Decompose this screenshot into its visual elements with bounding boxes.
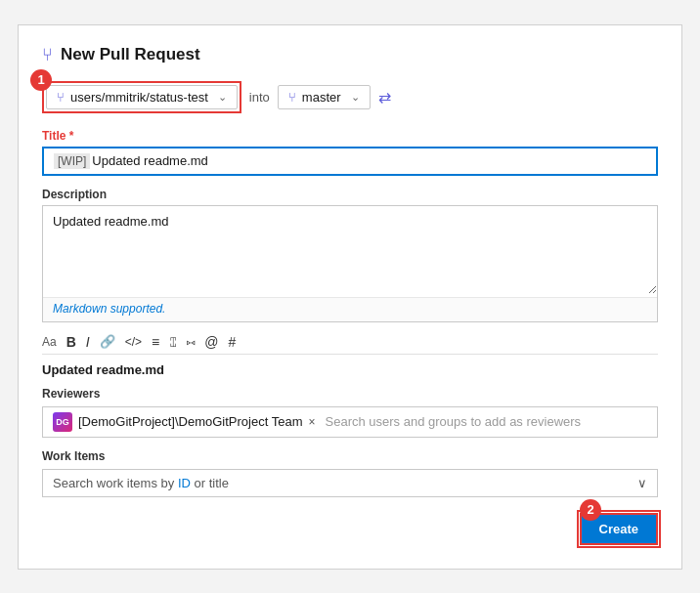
- bold-button[interactable]: B: [66, 334, 76, 350]
- work-items-search[interactable]: Search work items by ID or title ∨: [42, 469, 658, 497]
- wip-tag: [WIP]: [54, 153, 90, 169]
- work-items-placeholder: Search work items by ID or title: [53, 476, 637, 490]
- reviewer-remove-button[interactable]: ×: [309, 415, 316, 429]
- description-textarea[interactable]: [43, 206, 657, 294]
- reviewer-name: [DemoGitProject]\DemoGitProject Team: [78, 414, 303, 429]
- swap-branches-icon[interactable]: ⇄: [378, 88, 391, 106]
- reviewers-label: Reviewers: [42, 387, 658, 401]
- italic-button[interactable]: I: [86, 334, 90, 350]
- pull-request-card: ⑂ New Pull Request 1 ⑂ users/mmitrik/sta…: [18, 24, 682, 570]
- badge-1: 1: [30, 69, 52, 91]
- reviewer-avatar: DG: [53, 412, 72, 432]
- work-items-chevron-icon: ∨: [637, 476, 647, 490]
- work-items-placeholder-text: Search work items by: [53, 476, 178, 490]
- source-chevron-icon: ⌄: [218, 91, 227, 104]
- hashtag-button[interactable]: #: [228, 334, 236, 350]
- commits-label: Updated readme.md: [42, 362, 658, 377]
- unordered-list-button[interactable]: ≡: [152, 334, 159, 350]
- branch-icon-target: ⑂: [288, 90, 296, 105]
- badge-2: 2: [580, 499, 601, 521]
- page-header: ⑂ New Pull Request: [42, 45, 658, 65]
- branch-icon-source: ⑂: [57, 90, 65, 105]
- target-branch-label: master: [302, 90, 341, 105]
- title-input[interactable]: [92, 153, 646, 168]
- indent-button[interactable]: ⑅: [187, 334, 195, 350]
- work-items-placeholder-or: or title: [191, 476, 229, 490]
- font-size-button[interactable]: Aa: [42, 335, 57, 349]
- target-branch-select[interactable]: ⑂ master ⌄: [278, 85, 371, 109]
- formatting-toolbar: Aa B I 🔗 </> ≡ ⑄ ⑅ @ #: [42, 330, 658, 355]
- into-text: into: [249, 90, 270, 105]
- markdown-note: Markdown supported.: [43, 297, 657, 321]
- link-button[interactable]: 🔗: [100, 334, 115, 349]
- source-branch-select[interactable]: ⑂ users/mmitrik/status-test ⌄: [46, 85, 238, 109]
- title-input-wrapper[interactable]: [WIP]: [42, 147, 658, 176]
- code-button[interactable]: </>: [125, 335, 142, 349]
- source-branch-label: users/mmitrik/status-test: [70, 90, 208, 105]
- page-title: New Pull Request: [61, 45, 200, 64]
- target-chevron-icon: ⌄: [351, 91, 360, 104]
- description-box: Markdown supported.: [42, 205, 658, 322]
- reviewers-row[interactable]: DG [DemoGitProject]\DemoGitProject Team …: [42, 406, 658, 438]
- actions-row: 2 Create: [42, 513, 658, 545]
- pull-request-icon: ⑂: [42, 45, 53, 65]
- reviewer-search-placeholder: Search users and groups to add as review…: [326, 414, 647, 429]
- ordered-list-button[interactable]: ⑄: [169, 334, 177, 350]
- mention-button[interactable]: @: [204, 334, 218, 350]
- work-items-id-link: ID: [178, 476, 191, 490]
- work-items-label: Work Items: [42, 449, 658, 463]
- description-label: Description: [42, 188, 658, 201]
- title-field-label: Title *: [42, 129, 658, 143]
